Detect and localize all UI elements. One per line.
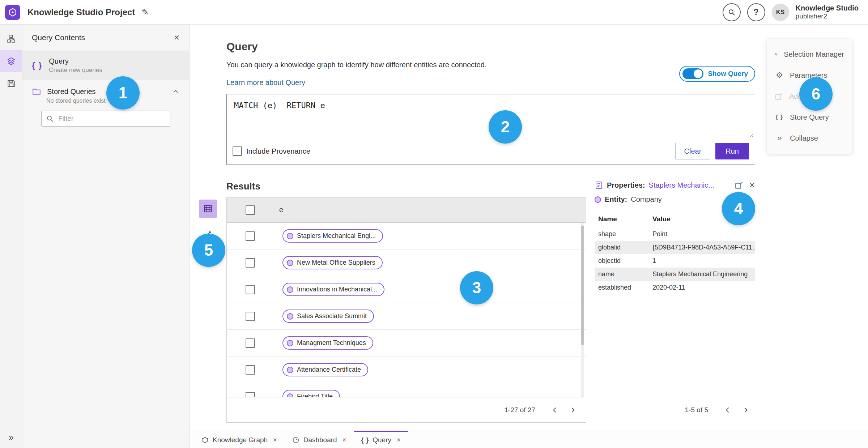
menu-item-store-query[interactable]: { } Store Query: [767, 107, 852, 128]
annotation-badge-1: 1: [106, 76, 140, 110]
user-role: publisher2: [796, 12, 859, 20]
resize-handle[interactable]: [748, 132, 753, 137]
app-logo-icon[interactable]: [5, 5, 20, 20]
results-table-body: Staplers Mechanical Engi... New Metal Of…: [227, 223, 586, 397]
panel-close-icon[interactable]: ✕: [174, 33, 180, 42]
properties-previous-page-button[interactable]: [720, 402, 736, 418]
filter-search-icon: [46, 114, 54, 123]
entity-chip[interactable]: Managment Techniques: [282, 336, 373, 350]
tab-dashboard[interactable]: Dashboard ✕: [285, 431, 354, 448]
property-row: objectid1: [595, 254, 755, 268]
entity-chip[interactable]: Innovations in Mechanical...: [282, 283, 384, 296]
property-row: established2020-02-11: [595, 281, 755, 294]
add-to-map-icon: [775, 92, 783, 101]
selection-manager-icon: [775, 50, 778, 59]
scrollbar-thumb[interactable]: [581, 226, 584, 345]
add-to-selection-icon[interactable]: [735, 181, 743, 189]
table-row: Innovations in Mechanical...: [227, 276, 586, 303]
user-info: Knowledge Studio publisher2: [796, 4, 859, 20]
table-row: New Metal Office Suppliers: [227, 249, 586, 276]
main-content: Query You can query a knowledge graph to…: [190, 25, 868, 431]
show-query-toggle[interactable]: Show Query: [679, 66, 755, 82]
properties-label: Properties:: [607, 181, 645, 189]
properties-pagination: 1-5 of 5: [685, 406, 708, 414]
row-checkbox[interactable]: [246, 392, 255, 397]
run-button[interactable]: Run: [715, 143, 749, 159]
project-title: Knowledge Studio Project: [27, 7, 135, 17]
entity-dot-icon: [287, 260, 293, 266]
avatar[interactable]: KS: [772, 4, 789, 21]
tab-close-icon[interactable]: ✕: [273, 437, 277, 443]
sidebar-item-query[interactable]: { } Query Create new queries: [22, 51, 189, 80]
tab-close-icon[interactable]: ✕: [396, 437, 401, 443]
annotation-badge-6: 6: [799, 77, 833, 111]
menu-item-selection-manager[interactable]: Selection Manager: [767, 44, 852, 65]
table-row: Sales Associate Summit: [227, 303, 586, 330]
filter-input[interactable]: [41, 111, 170, 127]
collapse-section-icon[interactable]: [172, 88, 180, 95]
include-provenance-checkbox[interactable]: [233, 146, 242, 156]
properties-entity-link[interactable]: Staplers Mechanic...: [649, 181, 714, 189]
save-icon[interactable]: [0, 72, 22, 95]
entity-chip[interactable]: Firebird Title: [282, 390, 340, 397]
stored-queries-section: Stored Queries No stored queries exist: [22, 80, 189, 133]
query-item-sublabel: Create new queries: [49, 67, 102, 74]
braces-icon: { }: [361, 436, 369, 444]
entity-chip[interactable]: New Metal Office Suppliers: [282, 256, 383, 269]
menu-item-collapse[interactable]: » Collapse: [767, 128, 852, 149]
table-row: Managment Techniques: [227, 330, 586, 357]
previous-page-button[interactable]: [547, 402, 563, 418]
include-provenance-label: Include Provenance: [246, 147, 310, 155]
learn-more-link[interactable]: Learn more about Query: [226, 78, 305, 87]
tab-close-icon[interactable]: ✕: [342, 437, 347, 443]
edit-title-icon[interactable]: ✎: [141, 7, 149, 17]
query-contents-panel: Query Contents ✕ { } Query Create new qu…: [22, 25, 190, 448]
tab-query[interactable]: { } Query ✕: [354, 431, 408, 448]
search-button[interactable]: [723, 3, 741, 21]
entity-dot-icon: [287, 340, 293, 346]
annotation-badge-3: 3: [460, 271, 493, 304]
clear-button[interactable]: Clear: [675, 143, 711, 159]
top-bar: Knowledge Studio Project ✎ ? KS Knowledg…: [0, 0, 868, 25]
tab-knowledge-graph[interactable]: Knowledge Graph ✕: [194, 431, 285, 448]
table-view-button[interactable]: [199, 200, 217, 218]
toggle-switch[interactable]: [682, 68, 703, 79]
entity-type-value: Company: [631, 195, 662, 204]
hierarchy-view-icon[interactable]: [0, 27, 22, 50]
row-checkbox[interactable]: [246, 258, 255, 268]
annotation-badge-2: 2: [489, 110, 522, 144]
properties-close-icon[interactable]: ✕: [749, 181, 755, 189]
folder-icon: [32, 87, 41, 96]
show-query-label: Show Query: [708, 70, 748, 78]
help-button[interactable]: ?: [747, 3, 765, 21]
entity-chip[interactable]: Sales Associate Summit: [282, 310, 374, 323]
stored-queries-header[interactable]: Stored Queries: [32, 87, 180, 96]
row-checkbox[interactable]: [246, 312, 255, 321]
annotation-badge-4: 4: [722, 192, 755, 225]
entity-chip[interactable]: Staplers Mechanical Engi...: [282, 229, 383, 243]
expand-rail-icon[interactable]: »: [0, 432, 22, 443]
row-checkbox[interactable]: [246, 365, 255, 375]
row-checkbox[interactable]: [246, 231, 255, 241]
gear-icon: ⚙: [775, 71, 784, 80]
row-checkbox[interactable]: [246, 338, 255, 348]
braces-icon: { }: [775, 114, 784, 121]
next-page-button[interactable]: [565, 402, 581, 418]
entity-type-label: Entity:: [605, 195, 627, 204]
property-row: shapePoint: [595, 227, 755, 241]
panel-title: Query Contents: [32, 33, 85, 42]
select-all-checkbox[interactable]: [246, 205, 255, 215]
table-row: Firebird Title: [227, 383, 586, 397]
row-checkbox[interactable]: [246, 285, 255, 294]
entity-type-icon: [595, 196, 601, 203]
column-header-e: e: [274, 206, 283, 214]
query-item-label: Query: [49, 57, 102, 65]
results-heading: Results: [226, 181, 586, 192]
table-row: Staplers Mechanical Engi...: [227, 223, 586, 249]
layers-view-icon[interactable]: [0, 50, 22, 72]
properties-icon: [595, 181, 603, 189]
properties-next-page-button[interactable]: [738, 402, 754, 418]
query-description: You can query a knowledge graph to ident…: [226, 61, 486, 69]
left-icon-rail: »: [0, 25, 22, 448]
entity-chip[interactable]: Attendance Certificate: [282, 363, 368, 376]
